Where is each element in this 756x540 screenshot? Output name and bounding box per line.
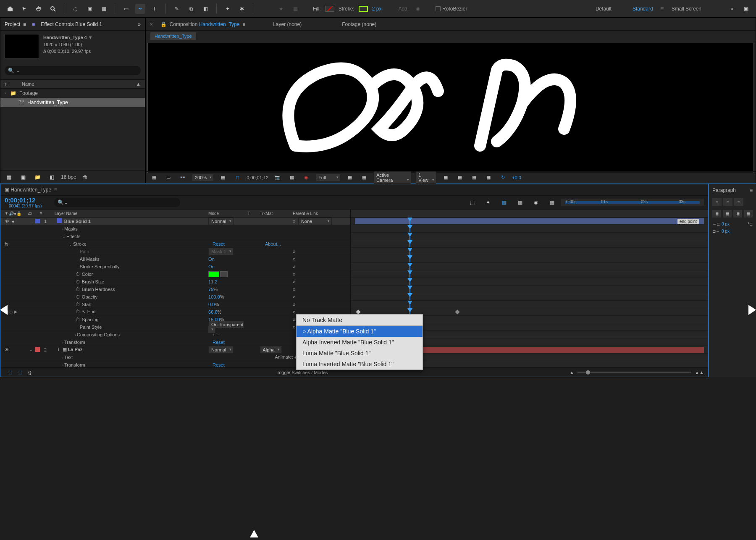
brush-tool-icon[interactable]: ✎ (172, 4, 182, 14)
indent-left-icon[interactable]: →⊏ (712, 222, 720, 226)
eraser-tool-icon[interactable]: ◧ (200, 4, 210, 14)
draft3d-icon[interactable]: ✦ (483, 197, 493, 207)
color-depth-icon[interactable]: ◧ (47, 172, 57, 182)
comp-flowchart-icon[interactable]: ⬚ (467, 197, 477, 207)
col-type-icon[interactable]: ▲ (136, 81, 141, 87)
new-folder-icon[interactable]: 📁 (32, 172, 42, 182)
justify-all-icon[interactable]: ≣ (744, 210, 753, 218)
fill-swatch[interactable] (325, 6, 334, 12)
vis-col-icon[interactable]: 👁🔊●🔒 (5, 211, 21, 216)
layer-row-1[interactable]: 👁 ● ⌄1 Blue Solid 1 Normal ⌀None end poi… (0, 218, 708, 225)
align-right-icon[interactable]: ≡ (734, 198, 743, 206)
clone-tool-icon[interactable]: ⧉ (186, 4, 196, 14)
trkmat-none[interactable]: No Track Matte (297, 315, 423, 325)
trkmat-luma[interactable]: Luma Matte "Blue Solid 1" (297, 348, 423, 359)
tag-icon[interactable]: 🏷 (5, 81, 9, 87)
tl-footer-icon3[interactable]: {} (25, 367, 35, 377)
trkmat-alpha[interactable]: Alpha Matte "Blue Solid 1" (297, 326, 423, 337)
layer-bar-1[interactable]: end point (355, 218, 704, 224)
selection-tool-icon[interactable] (19, 4, 29, 14)
toggle-switches[interactable]: Toggle Switches / Modes (35, 370, 570, 375)
comp-thumbnail[interactable] (5, 34, 39, 58)
rectangle-tool-icon[interactable]: ▭ (121, 4, 131, 14)
fast-preview-icon[interactable]: ▦ (455, 173, 465, 183)
mask-vis-icon[interactable]: 👓 (178, 173, 188, 183)
new-comp-icon[interactable]: ▣ (18, 172, 28, 182)
grid-icon[interactable]: ▭ (163, 173, 173, 183)
bottom-nav-arrow[interactable] (250, 530, 258, 540)
magnification-icon[interactable]: ▦ (149, 173, 159, 183)
footage-tab[interactable]: Footage (none) (342, 21, 376, 27)
home-icon[interactable] (5, 4, 15, 14)
stroke-width[interactable]: 2 px (372, 6, 382, 12)
views-dropdown[interactable]: 1 View (415, 171, 436, 184)
motion-blur-icon[interactable]: ◉ (531, 197, 541, 207)
search-help-icon[interactable]: ▣ (741, 4, 751, 14)
interpret-icon[interactable]: ▦ (4, 172, 14, 182)
show-snapshot-icon[interactable]: ▩ (287, 173, 297, 183)
label-col-icon[interactable]: 🏷 (28, 211, 32, 216)
resolution-dropdown[interactable]: Full (315, 174, 341, 181)
panel-menu-icon[interactable]: ≡ (750, 187, 753, 193)
bpc-label[interactable]: 16 bpc (61, 174, 76, 180)
stroke-swatch[interactable] (359, 6, 368, 12)
layer-tab[interactable]: Layer (none) (273, 21, 302, 27)
panel-overflow-icon[interactable]: » (138, 21, 141, 27)
hand-tool-icon[interactable] (34, 4, 44, 14)
timeline-search[interactable]: 🔍⌄ (54, 198, 180, 207)
trkmat-dropdown[interactable]: Alpha (260, 346, 282, 354)
resolution-icon[interactable]: ▦ (218, 173, 228, 183)
comp-row[interactable]: 🎬Handwritten_Type (0, 98, 145, 107)
comp-tab[interactable]: 🔒 Composition Handwritten_Type ≡ (160, 21, 245, 27)
trkmat-luma-inv[interactable]: Luma Inverted Matte "Blue Solid 1" (297, 359, 423, 370)
timeline-icon[interactable]: ▦ (469, 173, 479, 183)
right-nav-arrow[interactable] (748, 305, 756, 315)
workspace-menu-icon[interactable]: ≡ (657, 4, 667, 14)
camera-tool-icon[interactable]: ▣ (84, 4, 94, 14)
snapshot-icon[interactable]: 📷 (273, 173, 283, 183)
zoom-tool-icon[interactable] (48, 4, 58, 14)
left-nav-arrow[interactable] (0, 305, 8, 315)
folder-row[interactable]: ›📁Footage (0, 89, 145, 98)
pan-behind-tool-icon[interactable]: ▦ (99, 4, 109, 14)
tab-effect-controls[interactable]: Effect Controls Blue Solid 1 (41, 21, 102, 27)
graph-editor-icon[interactable]: ▦ (547, 197, 557, 207)
trkmat-alpha-inv[interactable]: Alpha Inverted Matte "Blue Solid 1" (297, 337, 423, 348)
frame-blend-icon[interactable]: ▦ (515, 197, 525, 207)
rotobezier-checkbox[interactable]: RotoBezier (436, 6, 467, 12)
align-center-icon[interactable]: ≡ (723, 198, 732, 206)
pen-tool-icon[interactable]: ✒ (135, 4, 145, 14)
timeline-tab[interactable]: ▣ Handwritten_Type ≡ (5, 187, 57, 193)
current-time[interactable]: 0;00;01;12 (247, 175, 268, 180)
star-icon[interactable]: ★ (276, 4, 286, 14)
color-swatch[interactable] (208, 271, 219, 277)
zoom-dropdown[interactable]: 200% (192, 174, 214, 181)
workspace-smallscreen[interactable]: Small Screen (672, 6, 701, 12)
workspace-standard[interactable]: Standard (633, 6, 653, 12)
region-icon[interactable]: ◻ (232, 173, 242, 183)
camera-dropdown[interactable]: Active Camera (373, 171, 411, 184)
justify-right-icon[interactable]: ≣ (733, 210, 742, 218)
col-name[interactable]: Name (22, 81, 34, 87)
more-icon[interactable]: » (727, 4, 737, 14)
add-dropdown-icon[interactable]: ◉ (413, 4, 423, 14)
timecode[interactable]: 0;00;01;12 (5, 197, 42, 204)
type-tool-icon[interactable]: T (150, 4, 160, 14)
justify-center-icon[interactable]: ≣ (723, 210, 732, 218)
project-search[interactable]: 🔍⌄ (5, 66, 141, 75)
roto-tool-icon[interactable]: ✦ (223, 4, 233, 14)
exposure-value[interactable]: +0.0 (512, 175, 521, 180)
align-left-icon[interactable]: ≡ (712, 198, 722, 206)
transparency-icon[interactable]: ▦ (345, 173, 355, 183)
workspace-default[interactable]: Default (596, 6, 612, 12)
indent-right-icon[interactable]: ⊐← (712, 229, 720, 233)
indent-first-icon[interactable]: *⊏ (748, 222, 753, 226)
about-link[interactable]: About... (265, 241, 281, 246)
fx-badge[interactable]: fx (5, 241, 8, 246)
reset-exposure-icon[interactable]: ↻ (498, 173, 508, 183)
reset-link[interactable]: Reset (213, 241, 225, 246)
time-ruler[interactable]: 0:00s 01s 02s 03s (561, 199, 704, 206)
puppet-tool-icon[interactable]: ✱ (237, 4, 247, 14)
composition-viewer[interactable] (147, 43, 754, 173)
tl-footer-icon2[interactable]: ⬚ (15, 367, 25, 377)
